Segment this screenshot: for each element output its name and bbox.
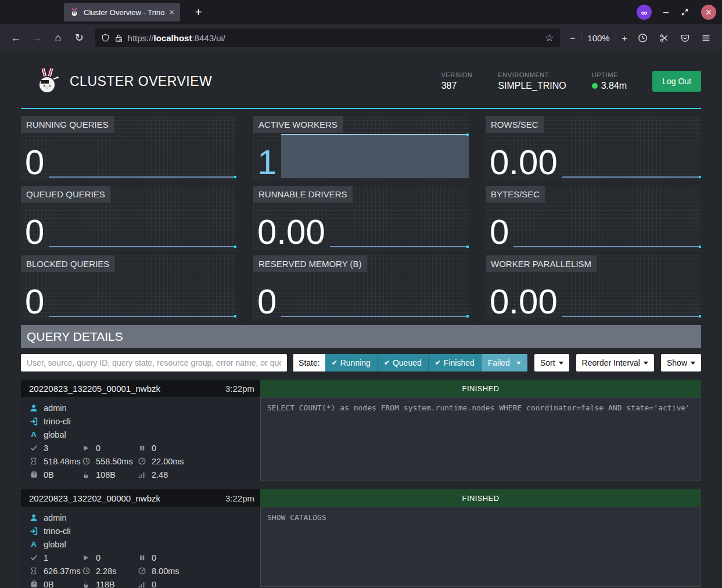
query-status-badge: FINISHED	[260, 380, 701, 397]
filter-failed-dropdown[interactable]: Failed	[482, 354, 527, 371]
stat-card-queued-queries: 0 QUEUED QUERIES	[21, 186, 236, 251]
stat-label: RUNNABLE DRIVERS	[253, 186, 353, 203]
filter-queued-label: Queued	[393, 358, 422, 367]
stat-value: 0.00	[490, 286, 562, 318]
uptime-value: 3.84m	[601, 81, 627, 91]
browser-tab-bar: Cluster Overview - Trino × + ∞ – ✕	[0, 0, 722, 24]
sparkline	[513, 207, 701, 248]
chevron-down-icon	[516, 362, 521, 365]
query-time: 3:22pm	[225, 493, 254, 503]
resource-group-icon: A	[30, 431, 38, 439]
reload-button[interactable]: ↻	[70, 28, 88, 47]
stat-card-bytes-sec: 0 BYTES/SEC	[486, 186, 701, 251]
pause-icon	[139, 445, 145, 452]
uptime-label: UPTIME	[592, 71, 627, 78]
private-browsing-icon: ∞	[637, 5, 652, 20]
stat-label: WORKER PARALLELISM	[486, 255, 597, 272]
query-time: 3:22pm	[225, 384, 254, 394]
show-dropdown[interactable]: Show	[661, 354, 701, 371]
history-button[interactable]	[634, 28, 651, 47]
stat-value: 0	[25, 286, 49, 318]
query-card: 20220823_132205_00001_nwbzk 3:22pm FINIS…	[21, 380, 701, 486]
wall-time: 626.37ms	[44, 567, 81, 576]
url-scheme: https://	[128, 33, 154, 43]
reorder-interval-dropdown[interactable]: Reorder Interval	[576, 354, 654, 371]
parallelism-chart-icon	[138, 580, 146, 588]
stat-card-running-queries: 0 RUNNING QUERIES	[21, 116, 236, 181]
sparkline	[562, 138, 701, 178]
stat-card-blocked-queries: 0 BLOCKED QUERIES	[21, 255, 236, 320]
filter-queued-button[interactable]: ✔Queued	[378, 354, 429, 371]
pause-icon	[139, 554, 145, 561]
filter-finished-button[interactable]: ✔Finished	[429, 354, 482, 371]
environment-block: ENVIRONMENT SIMPLE_TRINO	[498, 71, 566, 91]
query-source: trino-cli	[44, 526, 71, 536]
url-text[interactable]: https://localhost:8443/ui/	[128, 33, 541, 43]
cpu-time: 22.00ms	[152, 457, 184, 466]
zoom-level[interactable]: 100%	[587, 33, 609, 43]
back-button[interactable]: ←	[7, 28, 24, 47]
query-id-link[interactable]: 20220823_132205_00001_nwbzk	[29, 384, 160, 394]
page-title: CLUSTER OVERVIEW	[70, 74, 212, 89]
stat-value: 0.00	[490, 146, 562, 178]
home-button[interactable]: ⌂	[49, 28, 67, 47]
query-sql-text: SELECT COUNT(*) as nodes FROM system.run…	[260, 397, 701, 481]
separator	[616, 33, 616, 43]
page-header: CLUSTER OVERVIEW VERSION 387 ENVIRONMENT…	[21, 51, 701, 109]
forward-button[interactable]: →	[28, 28, 45, 47]
stat-label: RUNNING QUERIES	[21, 116, 114, 133]
chevron-down-icon	[644, 362, 648, 365]
scissors-icon	[659, 33, 669, 43]
sparkline	[49, 138, 236, 178]
check-icon	[30, 444, 38, 452]
query-id-cell: 20220823_132202_00000_nwbzk 3:22pm	[21, 489, 260, 507]
gauge-icon	[138, 567, 146, 575]
window-minimize-button[interactable]: –	[663, 7, 669, 17]
user-icon	[30, 514, 38, 522]
stat-card-runnable-drivers: 0.00 RUNNABLE DRIVERS	[253, 186, 469, 251]
state-filter-label: State:	[293, 354, 325, 371]
memory-scale-icon	[30, 580, 38, 588]
stat-label: ACTIVE WORKERS	[253, 116, 343, 133]
menu-button[interactable]	[698, 28, 715, 47]
stat-card-active-workers: 1 ACTIVE WORKERS	[253, 116, 469, 181]
pocket-button[interactable]	[676, 28, 694, 47]
show-label: Show	[667, 358, 687, 367]
zoom-out-button[interactable]: −	[570, 33, 576, 43]
clock-icon	[82, 567, 90, 575]
svg-text:A: A	[31, 431, 37, 439]
query-user: admin	[44, 403, 67, 413]
query-id-link[interactable]: 20220823_132202_00000_nwbzk	[29, 493, 160, 503]
current-memory: 0B	[44, 470, 54, 479]
completed-splits: 3	[44, 443, 48, 453]
zoom-in-button[interactable]: +	[622, 33, 627, 43]
tab-close-icon[interactable]: ×	[169, 8, 174, 17]
query-stats-panel: admin trino-cli Aglobal 1 0 0 626.37ms 2…	[21, 507, 260, 588]
cumulative-memory: 108B	[96, 470, 116, 479]
sparkline-area	[281, 134, 469, 178]
cpu-time: 8.00ms	[152, 567, 179, 576]
query-details-header: QUERY DETAILS	[21, 325, 701, 348]
logout-button[interactable]: Log Out	[652, 71, 701, 92]
query-stats-panel: admin trino-cli Aglobal 3 0 0 518.48ms 5…	[21, 397, 260, 486]
elapsed-time: 2.28s	[96, 567, 116, 576]
stat-label: ROWS/SEC	[486, 116, 544, 133]
parallelism: 0	[152, 580, 156, 588]
screenshot-button[interactable]	[655, 28, 673, 47]
new-tab-button[interactable]: +	[191, 6, 207, 19]
stat-value: 0	[25, 216, 49, 248]
shield-icon[interactable]	[101, 34, 110, 42]
window-close-button[interactable]: ✕	[701, 5, 716, 20]
query-search-input[interactable]	[21, 354, 287, 371]
lock-warning-icon[interactable]	[114, 34, 123, 42]
filter-running-button[interactable]: ✔Running	[325, 354, 378, 371]
query-filter-toolbar: State: ✔Running ✔Queued ✔Finished Failed…	[21, 354, 701, 371]
clock-icon	[82, 457, 90, 465]
url-bar[interactable]: https://localhost:8443/ui/ ☆	[95, 28, 560, 47]
window-restore-button[interactable]	[680, 8, 689, 17]
browser-tab[interactable]: Cluster Overview - Trino ×	[64, 3, 180, 21]
sort-dropdown[interactable]: Sort	[534, 354, 569, 371]
bookmark-star-icon[interactable]: ☆	[545, 32, 554, 44]
sign-in-icon	[30, 417, 38, 425]
stat-value: 0.00	[257, 216, 330, 248]
